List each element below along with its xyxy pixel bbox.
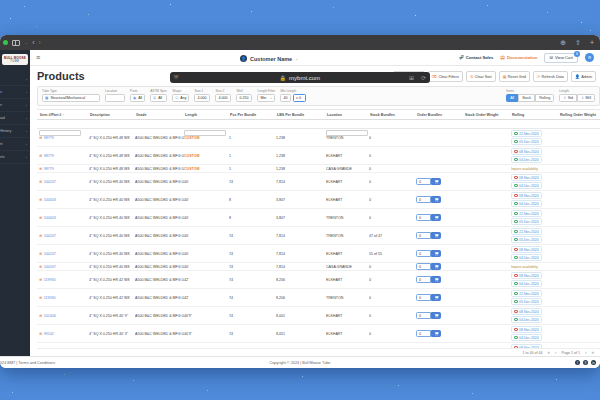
back-icon[interactable]: ‹ xyxy=(32,39,34,46)
add-to-cart-button[interactable] xyxy=(431,312,441,319)
x-icon[interactable]: X xyxy=(583,360,588,365)
min-length-stepper[interactable]: ± 0 xyxy=(293,94,306,102)
sidebar-item-quote-builder[interactable]: Quote Builder› xyxy=(0,99,30,112)
order-qty-input[interactable]: 0 xyxy=(416,196,431,203)
item-number-link[interactable]: 119930 xyxy=(44,296,56,300)
item-number-link[interactable]: 100247 xyxy=(44,252,56,256)
sidebar-item-my-account[interactable]: My Account› xyxy=(0,138,30,151)
linkedin-icon[interactable]: in xyxy=(591,360,596,365)
rolling-date-badge[interactable]: 22-Nov-2024 xyxy=(511,290,542,297)
inquire-availability-link[interactable]: Inquire availability xyxy=(511,167,538,171)
rolling-date-badge[interactable]: 22-Nov-2024 xyxy=(511,210,542,217)
sidebar-item-dashboard[interactable]: Dashboard› xyxy=(0,73,30,86)
rolling-date-badge[interactable]: 04-Dec-2024 xyxy=(511,334,542,341)
inquire-availability-link[interactable]: Inquire availability xyxy=(511,265,538,269)
rolling-date-badge[interactable]: 05-Dec-2024 xyxy=(511,236,542,243)
column-header[interactable]: Rolling xyxy=(511,110,559,119)
customer-menu[interactable]: 👤 Customer Name ⌄ xyxy=(240,55,299,62)
tube-type-select[interactable]: ▦ Structural/Mechanical xyxy=(42,94,100,102)
min-length-input[interactable]: 40 xyxy=(280,94,291,102)
add-to-cart-button[interactable] xyxy=(431,196,441,203)
expand-row-icon[interactable]: ⊕ xyxy=(39,313,42,318)
item-number-link[interactable]: 98779 xyxy=(44,167,54,171)
column-header[interactable]: Description xyxy=(89,110,135,119)
first-page-icon[interactable]: « xyxy=(548,350,551,355)
item-number-link[interactable]: 100247 xyxy=(44,234,56,238)
add-to-cart-button[interactable] xyxy=(431,178,441,185)
location-input[interactable] xyxy=(105,94,125,102)
reset-grid-button[interactable]: ▦Reset Grid xyxy=(499,71,530,82)
rolling-date-badge[interactable]: 22-Nov-2024 xyxy=(511,228,542,235)
address-bar[interactable]: ⛨ 🔒 mybmt.com ⊞ ⟳ xyxy=(170,72,430,83)
item-number-link[interactable]: 100003 xyxy=(44,198,56,202)
expand-row-icon[interactable]: ⊕ xyxy=(39,135,42,140)
add-to-cart-button[interactable] xyxy=(431,330,441,337)
order-qty-input[interactable]: 0 xyxy=(416,232,431,239)
sidebar-item-products[interactable]: Products› xyxy=(0,86,30,99)
add-to-cart-button[interactable] xyxy=(431,214,441,221)
astm-spec-select[interactable]: ≣ All xyxy=(150,94,167,102)
item-number-link[interactable]: 98779 xyxy=(44,154,54,158)
column-header[interactable]: Stock Order Weight xyxy=(464,110,511,119)
rolling-date-badge[interactable]: 08-Nov-2024 xyxy=(511,192,542,199)
rolling-date-badge[interactable]: 04-Dec-2024 xyxy=(511,280,542,287)
column-header[interactable]: Rolling Order Weight xyxy=(559,110,600,119)
next-page-icon[interactable]: › xyxy=(585,350,587,355)
share-icon[interactable]: ⇧ xyxy=(575,39,581,46)
expand-row-icon[interactable]: ⊕ xyxy=(39,179,42,184)
bull-moose-tube-logo[interactable]: BULL MOOSE TUBE xyxy=(2,54,28,65)
order-qty-input[interactable]: 0 xyxy=(416,178,431,185)
wall-input[interactable]: 0.250 xyxy=(236,94,252,102)
sidebar-toggle-icon[interactable] xyxy=(12,40,20,46)
expand-row-icon[interactable]: ⊕ xyxy=(39,215,42,220)
column-header[interactable]: Stock Bundles xyxy=(369,110,416,119)
expand-row-icon[interactable]: ⊕ xyxy=(39,295,42,300)
column-header[interactable]: Order Bundles xyxy=(416,110,464,119)
expand-row-icon[interactable]: ⊕ xyxy=(39,197,42,202)
items-toggle-all[interactable]: All xyxy=(506,94,518,102)
rolling-date-badge[interactable]: 05-Dec-2024 xyxy=(511,138,542,145)
refresh-data-button[interactable]: ⟳Refresh Data xyxy=(533,71,568,82)
item-number-link[interactable]: 98779 xyxy=(44,136,54,140)
prev-page-icon[interactable]: ‹ xyxy=(555,350,557,355)
expand-row-icon[interactable]: ⊕ xyxy=(39,233,42,238)
length-toggle-std[interactable]: ⇳Std xyxy=(559,94,577,102)
expand-row-icon[interactable]: ⊕ xyxy=(39,166,42,171)
rolling-date-badge[interactable]: 08-Nov-2024 xyxy=(511,246,542,253)
rolling-date-badge[interactable]: 04-Dec-2024 xyxy=(511,182,542,189)
length-filter-select[interactable]: Min⌄ xyxy=(257,94,275,102)
download-icon[interactable]: ⊕ xyxy=(560,39,566,46)
column-header[interactable]: Item #/Part # ↑ xyxy=(39,110,89,119)
column-header[interactable]: Grade xyxy=(135,110,184,119)
add-to-cart-button[interactable] xyxy=(431,294,441,301)
documentation-link[interactable]: 🕮 Documentation xyxy=(500,55,537,60)
add-to-cart-button[interactable] xyxy=(431,276,441,283)
admin-button[interactable]: 👤Admin xyxy=(571,71,596,82)
reload-icon[interactable]: ⟳ xyxy=(421,74,426,81)
rolling-date-badge[interactable]: 05-Dec-2024 xyxy=(511,218,542,225)
column-header[interactable]: Length xyxy=(184,110,229,119)
rolling-date-badge[interactable]: 04-Dec-2024 xyxy=(511,254,542,261)
translate-icon[interactable]: ⊞ xyxy=(409,74,414,81)
sidebar-item-reports[interactable]: Reports› xyxy=(0,151,30,164)
last-page-icon[interactable]: » xyxy=(591,350,594,355)
parts-select[interactable]: ◉ All xyxy=(130,94,145,102)
size2-input[interactable]: 4.000 xyxy=(215,94,231,102)
order-qty-input[interactable]: 0 xyxy=(416,250,431,257)
order-qty-input[interactable]: 0 xyxy=(416,214,431,221)
rolling-date-badge[interactable]: 04-Dec-2024 xyxy=(511,156,542,163)
length-toggle-mill[interactable]: ⇳Mill xyxy=(577,94,595,102)
order-qty-input[interactable]: 0 xyxy=(416,263,431,270)
rolling-date-badge[interactable]: 08-Nov-2024 xyxy=(511,308,542,315)
clear-filters-button[interactable]: ⌫Clear Filters xyxy=(428,71,463,82)
order-qty-input[interactable]: 0 xyxy=(416,312,431,319)
order-qty-input[interactable]: 0 xyxy=(416,276,431,283)
rolling-date-badge[interactable]: 08-Nov-2024 xyxy=(511,326,542,333)
items-toggle-stock[interactable]: Stock xyxy=(518,94,535,102)
rolling-date-badge[interactable]: 08-Nov-2024 xyxy=(511,174,542,181)
shape-select[interactable]: ⬠ Any xyxy=(172,94,189,102)
add-to-cart-button[interactable] xyxy=(431,263,441,270)
contact-sales-link[interactable]: 🗪 Contact Sales xyxy=(459,55,493,60)
add-to-cart-button[interactable] xyxy=(431,232,441,239)
item-number-link[interactable]: 100003 xyxy=(44,216,56,220)
